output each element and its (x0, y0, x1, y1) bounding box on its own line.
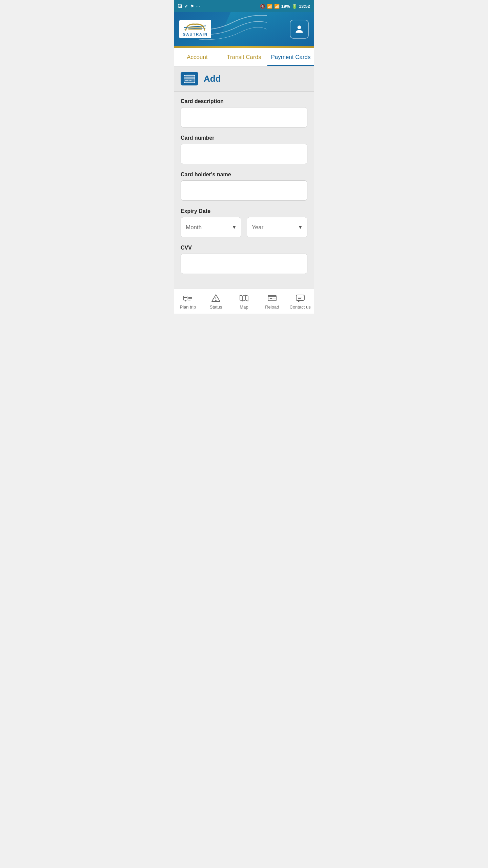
card-holder-input[interactable] (181, 180, 307, 201)
tab-payment-cards[interactable]: Payment Cards (267, 48, 314, 66)
svg-rect-22 (268, 297, 276, 298)
status-right-info: 🔇 📶 📶 19% 🔋 13:52 (260, 4, 310, 9)
expiry-date-group: Expiry Date Month 01 - January 02 - Febr… (181, 208, 307, 237)
user-icon (294, 24, 305, 35)
check-icon: ✔ (184, 4, 188, 9)
expiry-row: Month 01 - January 02 - February 03 - Ma… (181, 217, 307, 237)
month-select-wrap: Month 01 - January 02 - February 03 - Ma… (181, 217, 241, 237)
mute-icon: 🔇 (260, 4, 265, 9)
nav-contact-us-label: Contact us (290, 304, 311, 310)
image-icon: 🖼 (178, 4, 182, 9)
card-holder-label: Card holder's name (181, 172, 307, 178)
month-select[interactable]: Month 01 - January 02 - February 03 - Ma… (181, 217, 241, 237)
section-header: Add (174, 66, 314, 91)
svg-rect-8 (186, 75, 195, 81)
tab-transit-cards[interactable]: Transit Cards (221, 48, 267, 66)
nav-status[interactable]: Status (202, 292, 230, 311)
battery-icon: 🔋 (292, 4, 297, 9)
profile-button[interactable] (290, 20, 309, 39)
svg-rect-24 (296, 295, 304, 300)
logo-text: GAUTRAIN (183, 32, 208, 36)
year-select[interactable]: Year 2024 2025 2026 2027 2028 2029 2030 (247, 217, 307, 237)
logo-area: GAUTRAIN (179, 20, 211, 38)
reload-icon (267, 293, 278, 303)
svg-marker-18 (240, 295, 248, 301)
map-icon (239, 293, 249, 303)
card-number-label: Card number (181, 135, 307, 141)
card-description-input[interactable] (181, 107, 307, 127)
nav-reload[interactable]: Reload (258, 292, 286, 311)
nav-map-label: Map (240, 304, 248, 310)
header-wave (219, 12, 287, 46)
year-select-wrap: Year 2024 2025 2026 2027 2028 2029 2030 … (247, 217, 307, 237)
svg-point-2 (298, 25, 301, 29)
plan-trip-icon (182, 293, 193, 303)
expiry-date-label: Expiry Date (181, 208, 307, 214)
clock: 13:52 (299, 4, 310, 9)
flag-icon: ⚑ (190, 4, 194, 9)
nav-map[interactable]: Map (230, 292, 258, 311)
tab-account[interactable]: Account (174, 48, 221, 66)
tab-bar: Account Transit Cards Payment Cards (174, 48, 314, 66)
section-title: Add (204, 74, 221, 84)
status-left-icons: 🖼 ✔ ⚑ ··· (178, 4, 200, 9)
svg-rect-10 (184, 296, 187, 298)
card-number-group: Card number (181, 135, 307, 164)
logo-arch-icon (183, 22, 207, 32)
nav-reload-label: Reload (265, 304, 279, 310)
signal-icon: 📶 (274, 4, 280, 9)
bottom-nav: Plan trip Status Map (174, 288, 314, 314)
card-holder-group: Card holder's name (181, 172, 307, 201)
form-area: Card description Card number Card holder… (174, 92, 314, 288)
payment-card-icon (184, 74, 195, 83)
status-bar: 🖼 ✔ ⚑ ··· 🔇 📶 📶 19% 🔋 13:52 (174, 0, 314, 12)
nav-contact-us[interactable]: Contact us (286, 292, 314, 311)
cvv-label: CVV (181, 245, 307, 251)
card-description-group: Card description (181, 98, 307, 127)
ellipsis-icon: ··· (196, 4, 200, 9)
card-description-label: Card description (181, 98, 307, 104)
app-header: GAUTRAIN (174, 12, 314, 46)
cvv-group: CVV (181, 245, 307, 274)
status-icon (210, 293, 221, 303)
nav-plan-trip-label: Plan trip (180, 304, 196, 310)
contact-icon (295, 293, 306, 303)
nav-plan-trip[interactable]: Plan trip (174, 292, 202, 311)
battery-percent: 19% (281, 4, 290, 9)
nav-status-label: Status (210, 304, 222, 310)
svg-point-17 (216, 300, 216, 301)
card-number-input[interactable] (181, 144, 307, 164)
wifi-icon: 📶 (267, 4, 272, 9)
payment-card-icon-wrap (181, 72, 198, 85)
gautrain-logo: GAUTRAIN (179, 20, 211, 38)
cvv-input[interactable] (181, 254, 307, 274)
